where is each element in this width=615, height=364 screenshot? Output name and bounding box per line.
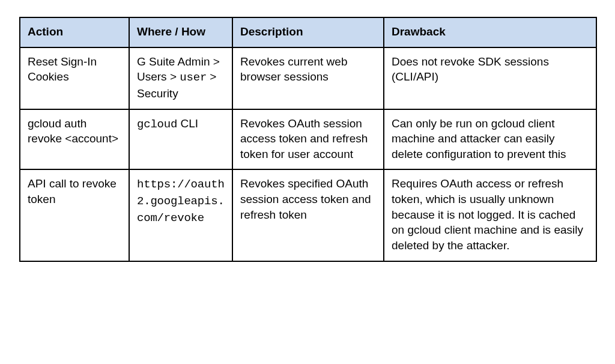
revocation-table: Action Where / How Description Drawback … — [19, 17, 597, 262]
header-drawback: Drawback — [384, 17, 596, 47]
cell-description: Revokes OAuth session access token and r… — [232, 109, 384, 170]
header-where: Where / How — [129, 17, 232, 47]
cell-drawback: Can only be run on gcloud client machine… — [384, 109, 596, 170]
cell-drawback: Does not revoke SDK sessions (CLI/API) — [384, 47, 596, 109]
cell-action: API call to revoke token — [20, 169, 129, 261]
cell-description: Revokes current web browser sessions — [232, 47, 384, 109]
where-mono: https://oauth2.googleapis.com/revoke — [137, 178, 225, 224]
cell-drawback: Requires OAuth access or refresh token, … — [384, 169, 596, 261]
where-mono: user — [180, 71, 207, 84]
header-action: Action — [20, 17, 129, 47]
where-mono: gcloud — [137, 118, 177, 131]
cell-where: G Suite Admin > Users > user > Security — [129, 47, 232, 109]
where-suffix: CLI — [177, 117, 198, 130]
table-header-row: Action Where / How Description Drawback — [20, 17, 596, 47]
cell-where: gcloud CLI — [129, 109, 232, 170]
table-row: Reset Sign-In Cookies G Suite Admin > Us… — [20, 47, 596, 109]
table-row: API call to revoke token https://oauth2.… — [20, 169, 596, 261]
cell-where: https://oauth2.googleapis.com/revoke — [129, 169, 232, 261]
cell-action: gcloud auth revoke <account> — [20, 109, 129, 170]
table-row: gcloud auth revoke <account> gcloud CLI … — [20, 109, 596, 170]
cell-action: Reset Sign-In Cookies — [20, 47, 129, 109]
header-description: Description — [232, 17, 384, 47]
cell-description: Revokes specified OAuth session access t… — [232, 169, 384, 261]
